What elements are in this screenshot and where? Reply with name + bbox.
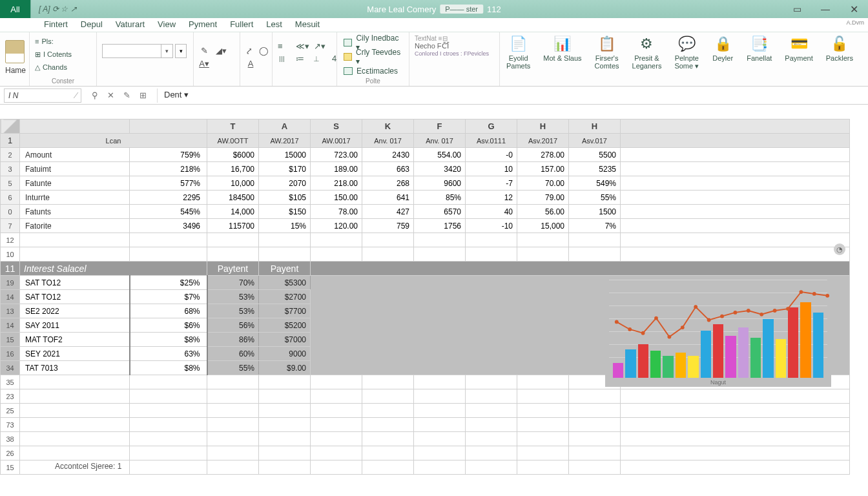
person-icon[interactable]: ⚲ xyxy=(92,90,98,100)
cell[interactable] xyxy=(517,375,569,389)
cell[interactable] xyxy=(130,389,207,404)
cell[interactable] xyxy=(20,389,130,404)
cell[interactable]: 12 xyxy=(466,191,517,205)
alignment-group[interactable]: ≡≪▾↗▾ ⫼≔⟂4 xyxy=(278,41,331,63)
cell[interactable]: 7 xyxy=(1,219,20,233)
pencil-icon[interactable]: ✎ xyxy=(123,90,130,100)
cell[interactable]: $25% xyxy=(130,276,207,290)
cell[interactable]: $170 xyxy=(259,162,311,176)
cell[interactable]: 2 xyxy=(1,148,20,162)
cell[interactable]: 11 xyxy=(1,262,20,276)
cell[interactable]: Asv.017 xyxy=(569,134,621,148)
window-close-icon[interactable]: ✕ xyxy=(840,0,868,18)
cell[interactable]: 73 xyxy=(1,418,20,432)
cell[interactable] xyxy=(414,233,466,247)
cell[interactable]: 79.00 xyxy=(517,191,569,205)
cell[interactable]: 1756 xyxy=(414,219,466,233)
cell[interactable] xyxy=(259,446,311,460)
cell[interactable] xyxy=(569,233,621,247)
menu-tab[interactable]: Vaturart xyxy=(116,19,145,32)
cell[interactable]: 3 xyxy=(1,162,20,176)
cell[interactable] xyxy=(20,247,130,262)
cell[interactable]: 10 xyxy=(1,247,20,262)
cell[interactable] xyxy=(207,389,259,404)
cell[interactable]: 7% xyxy=(569,219,621,233)
cell[interactable]: SE2 2022 xyxy=(20,304,130,318)
cell[interactable]: 189.00 xyxy=(311,162,362,176)
cell[interactable]: 55% xyxy=(207,361,259,375)
cell[interactable]: $9.00 xyxy=(259,361,311,375)
cell[interactable]: 278.00 xyxy=(517,148,569,162)
cell[interactable] xyxy=(362,432,414,446)
cell[interactable] xyxy=(569,460,621,475)
cell[interactable]: $7000 xyxy=(259,333,311,347)
cell[interactable]: $6000 xyxy=(207,148,259,162)
cell[interactable]: Nagut xyxy=(311,276,850,375)
cell[interactable] xyxy=(466,446,517,460)
cell[interactable]: AW.0017 xyxy=(311,134,362,148)
cell[interactable]: 53% xyxy=(207,290,259,304)
cell[interactable] xyxy=(259,432,311,446)
cell[interactable] xyxy=(207,460,259,475)
cell[interactable]: 38 xyxy=(1,432,20,446)
cell[interactable]: 150.00 xyxy=(311,191,362,205)
cell[interactable]: SAT TO12 xyxy=(20,290,130,304)
menu-tab[interactable]: Depul xyxy=(81,19,103,32)
cell[interactable]: Asv.2017 xyxy=(517,134,569,148)
cell[interactable]: Asv.0111 xyxy=(466,134,517,148)
cell[interactable] xyxy=(130,446,207,460)
cell[interactable] xyxy=(517,233,569,247)
cell[interactable]: 26 xyxy=(1,446,20,460)
font-selector[interactable]: ▾ xyxy=(102,44,173,58)
cell[interactable]: Fatorite xyxy=(20,219,130,233)
cell[interactable] xyxy=(362,389,414,404)
cell[interactable] xyxy=(259,247,311,262)
cell[interactable]: 0 xyxy=(1,205,20,219)
pls-link[interactable]: ≡ Pls: xyxy=(35,35,91,48)
cell[interactable] xyxy=(621,446,850,460)
cell[interactable] xyxy=(311,247,362,262)
brush-icon[interactable]: ✎ xyxy=(199,45,209,56)
window-restore-icon[interactable]: ▭ xyxy=(783,0,811,18)
grid-icon[interactable]: ⊞ xyxy=(140,90,147,100)
cell[interactable]: 14 xyxy=(1,290,20,304)
cell[interactable]: $105 xyxy=(259,191,311,205)
cell[interactable] xyxy=(207,446,259,460)
cell[interactable] xyxy=(130,404,207,418)
cell[interactable]: 157.00 xyxy=(517,162,569,176)
cell[interactable] xyxy=(311,375,362,389)
cell[interactable] xyxy=(621,247,850,262)
cell[interactable] xyxy=(569,247,621,262)
chands-link[interactable]: △ Chands xyxy=(35,61,91,74)
cell[interactable]: 6570 xyxy=(414,205,466,219)
cell[interactable]: 35 xyxy=(1,375,20,389)
font-size-dd[interactable]: ▾ xyxy=(175,44,187,58)
ribbon-group[interactable]: 📊Mot & Slaus xyxy=(537,32,588,86)
cell[interactable] xyxy=(20,432,130,446)
cell[interactable] xyxy=(130,418,207,432)
cell[interactable] xyxy=(311,460,362,475)
cell[interactable] xyxy=(362,418,414,432)
cell[interactable]: 5500 xyxy=(569,148,621,162)
ribbon-group[interactable]: 🔒Deyler xyxy=(705,32,740,86)
cell[interactable] xyxy=(311,418,362,432)
underline-a-icon[interactable]: A xyxy=(245,58,256,68)
cell[interactable] xyxy=(259,404,311,418)
cell[interactable]: 663 xyxy=(362,162,414,176)
cell[interactable]: $7% xyxy=(130,290,207,304)
cell[interactable]: 759% xyxy=(130,148,207,162)
cell[interactable]: 10 xyxy=(466,162,517,176)
cell[interactable]: $7700 xyxy=(259,304,311,318)
cell[interactable]: 2070 xyxy=(259,176,311,191)
cell[interactable]: 3420 xyxy=(414,162,466,176)
cell[interactable]: H xyxy=(569,119,621,134)
cell[interactable]: 545% xyxy=(130,205,207,219)
cell[interactable]: G xyxy=(466,119,517,134)
cell[interactable] xyxy=(362,446,414,460)
cell[interactable] xyxy=(621,176,850,191)
cell[interactable]: $8% xyxy=(130,333,207,347)
ribbon-group[interactable]: 📑Fanellat xyxy=(740,32,778,86)
cell[interactable]: 13 xyxy=(1,304,20,318)
cell[interactable]: $6% xyxy=(130,318,207,333)
cell[interactable]: 15000 xyxy=(259,148,311,162)
